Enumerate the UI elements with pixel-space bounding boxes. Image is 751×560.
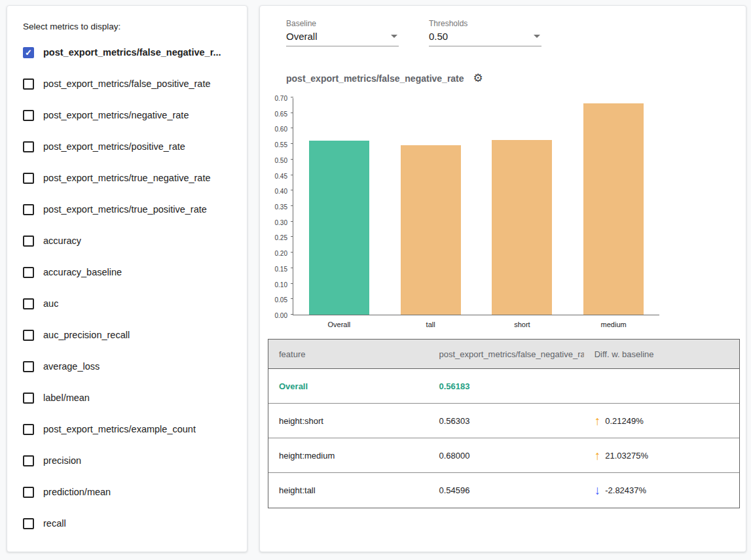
y-tick-label: 0.35 [275, 203, 287, 211]
metric-label: post_export_metrics/example_count [43, 424, 196, 434]
checkbox-unchecked-icon[interactable] [23, 393, 34, 404]
metric-checkbox-item[interactable]: accuracy_baseline [23, 256, 238, 288]
metric-checkbox-item[interactable]: recall [23, 508, 238, 539]
metric-checkbox-item[interactable]: post_export_metrics/true_negative_rate [23, 162, 238, 194]
y-tick-mark [291, 143, 293, 144]
metric-label: label/mean [43, 393, 90, 403]
y-tick-mark [291, 314, 293, 315]
bar-chart: 0.000.050.100.150.200.250.300.350.400.45… [260, 98, 746, 315]
y-tick-mark [291, 128, 293, 128]
x-axis-label: short [477, 321, 568, 328]
metric-checkbox-item[interactable]: average_loss [23, 351, 238, 382]
y-tick-mark [291, 97, 293, 97]
metric-checkbox-item[interactable]: label/mean [23, 382, 238, 413]
baseline-select[interactable]: Baseline Overall [286, 19, 399, 46]
bar-slot: Overall [293, 98, 385, 315]
checkbox-unchecked-icon[interactable] [23, 267, 34, 278]
bar-short[interactable] [492, 140, 552, 315]
metric-label: post_export_metrics/true_negative_rate [43, 173, 211, 183]
metric-label: average_loss [43, 361, 100, 372]
checkbox-unchecked-icon[interactable] [23, 298, 34, 309]
thresholds-select[interactable]: Thresholds 0.50 [429, 19, 541, 46]
plot-area: Overalltallshortmedium [293, 98, 659, 315]
y-tick-mark [291, 175, 293, 175]
y-tick-label: 0.15 [275, 265, 287, 272]
y-tick-label: 0.30 [275, 219, 287, 226]
metric-checkbox-item[interactable]: post_export_metrics/true_positive_rate [23, 194, 238, 225]
diff-percentage: -2.82437% [605, 485, 646, 495]
metric-checkbox-item[interactable]: ✓post_export_metrics/false_negative_r... [23, 37, 238, 68]
results-panel: Baseline Overall Thresholds 0.50 post_ex… [259, 5, 746, 552]
y-tick-label: 0.10 [275, 281, 287, 288]
checkbox-unchecked-icon[interactable] [23, 424, 34, 435]
metric-checkbox-item[interactable]: precision [23, 445, 238, 476]
x-axis-label: tall [385, 321, 477, 328]
y-tick-label: 0.40 [275, 188, 287, 195]
metric-label: post_export_metrics/false_negative_r... [43, 47, 221, 58]
checkbox-unchecked-icon[interactable] [23, 455, 34, 466]
y-tick-mark [291, 283, 293, 284]
chart-title: post_export_metrics/false_negative_rate [286, 73, 464, 84]
y-tick-mark [291, 221, 293, 222]
bar-Overall[interactable] [309, 141, 369, 315]
bar-tall[interactable] [401, 145, 461, 315]
checkbox-unchecked-icon[interactable] [23, 330, 34, 341]
thresholds-select-label: Thresholds [429, 19, 541, 28]
y-tick-mark [291, 159, 293, 160]
controls-bar: Baseline Overall Thresholds 0.50 [286, 19, 746, 46]
checkbox-unchecked-icon[interactable] [23, 79, 34, 90]
y-tick-label: 0.70 [275, 95, 287, 102]
metric-label: accuracy_baseline [43, 267, 122, 277]
y-tick-mark [291, 190, 293, 190]
y-axis: 0.000.050.100.150.200.250.300.350.400.45… [260, 98, 293, 315]
arrow-down-icon: ↓ [595, 484, 601, 497]
metric-label: prediction/mean [43, 487, 111, 497]
checkbox-unchecked-icon[interactable] [23, 173, 34, 184]
bar-slot: short [477, 98, 568, 315]
checkbox-checked-icon[interactable]: ✓ [23, 47, 34, 58]
metric-checkbox-item[interactable]: post_export_metrics/negative_rate [23, 99, 238, 131]
checkbox-unchecked-icon[interactable] [23, 361, 34, 372]
y-tick-label: 0.50 [275, 156, 287, 164]
table-header-row: featurepost_export_metrics/false_negativ… [268, 340, 739, 369]
y-tick-mark [291, 298, 293, 299]
metric-list: ✓post_export_metrics/false_negative_r...… [23, 37, 238, 539]
checkbox-unchecked-icon[interactable] [23, 204, 34, 215]
metric-label: post_export_metrics/false_positive_rate [43, 79, 211, 89]
metric-checkbox-item[interactable]: auc_precision_recall [23, 319, 238, 351]
y-tick-label: 0.60 [275, 126, 287, 133]
baseline-select-value: Overall [286, 31, 318, 42]
checkbox-unchecked-icon[interactable] [23, 518, 34, 529]
y-tick-label: 0.25 [275, 234, 287, 241]
y-tick-label: 0.55 [275, 141, 287, 149]
bars-container: Overalltallshortmedium [293, 98, 659, 315]
checkbox-unchecked-icon[interactable] [23, 141, 34, 152]
metric-checkbox-item[interactable]: prediction/mean [23, 476, 238, 508]
metrics-table: featurepost_export_metrics/false_negativ… [268, 339, 740, 508]
diff-cell: ↑0.21249% [584, 415, 739, 427]
bar-medium[interactable] [583, 103, 644, 315]
metric-value-cell: 0.54596 [428, 485, 583, 495]
metric-checkbox-item[interactable]: auc [23, 288, 238, 319]
chevron-down-icon [534, 35, 540, 38]
y-tick-label: 0.45 [275, 172, 287, 179]
metric-checkbox-item[interactable]: post_export_metrics/example_count [23, 413, 238, 445]
diff-cell: ↑21.03275% [584, 449, 739, 462]
metrics-panel-title: Select metrics to display: [23, 22, 238, 31]
metric-checkbox-item[interactable]: post_export_metrics/false_positive_rate [23, 68, 238, 99]
metric-value-cell: 0.56183 [428, 381, 583, 391]
y-tick-label: 0.65 [275, 110, 287, 117]
checkbox-unchecked-icon[interactable] [23, 110, 34, 121]
checkbox-unchecked-icon[interactable] [23, 236, 34, 247]
table-body: Overall0.56183height:short0.56303↑0.2124… [268, 369, 739, 508]
metric-checkbox-item[interactable]: post_export_metrics/positive_rate [23, 131, 238, 162]
checkbox-unchecked-icon[interactable] [23, 487, 34, 498]
table-row: Overall0.56183 [268, 369, 739, 404]
metric-checkbox-item[interactable]: accuracy [23, 225, 238, 256]
metric-label: auc_precision_recall [43, 330, 130, 340]
y-tick-mark [291, 205, 293, 206]
bar-slot: medium [568, 98, 659, 315]
settings-gear-icon[interactable]: ⚙ [473, 73, 483, 84]
metric-label: post_export_metrics/positive_rate [43, 141, 185, 152]
metric-label: post_export_metrics/true_positive_rate [43, 204, 207, 215]
